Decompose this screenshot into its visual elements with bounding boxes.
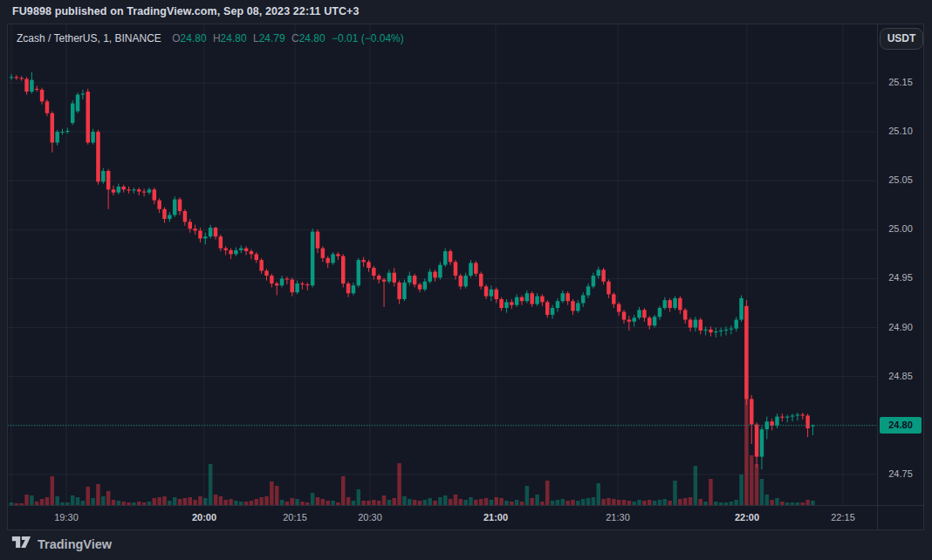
price-tick-label: 24.75 [878, 468, 923, 479]
time-tick-label: 22:15 [831, 512, 855, 522]
price-tick-label: 25.00 [878, 223, 923, 234]
currency-toggle-button[interactable]: USDT [880, 28, 923, 50]
price-tick-label: 25.15 [878, 77, 923, 87]
time-tick-label: 19:30 [54, 512, 79, 522]
low-value: 24.79 [259, 32, 285, 44]
low-label: L [253, 32, 259, 44]
high-value: 24.80 [221, 32, 247, 44]
footer: TradingView [0, 529, 932, 560]
symbol-legend: Zcash / TetherUS, 1, BINANCE O24.80 H24.… [17, 32, 404, 44]
last-price-badge: 24.80 [880, 417, 922, 434]
price-tick-label: 24.90 [878, 322, 923, 332]
price-tick-label: 25.05 [878, 174, 923, 185]
close-value: 24.80 [299, 32, 326, 44]
open-value: 24.80 [181, 32, 207, 44]
time-tick-label: 22:00 [735, 512, 759, 522]
time-tick-label: 20:30 [358, 512, 382, 522]
time-tick-label: 20:15 [283, 512, 307, 522]
publish-info-bar: FU9898 published on TradingView.com, Sep… [0, 0, 932, 24]
price-tick-label: 24.85 [878, 371, 923, 381]
price-tick-label: 24.95 [878, 272, 923, 283]
publish-info-text: FU9898 published on TradingView.com, Sep… [12, 5, 360, 17]
price-tick-label: 25.10 [878, 126, 923, 136]
volume-layer [10, 399, 815, 505]
close-label: C [291, 32, 299, 44]
time-tick-label: 20:00 [192, 512, 216, 522]
high-label: H [213, 32, 221, 44]
open-label: O [172, 32, 180, 44]
chart-frame: Zcash / TetherUS, 1, BINANCE O24.80 H24.… [7, 24, 924, 530]
time-tick-label: 21:00 [483, 512, 508, 522]
tradingview-logo-link[interactable]: TradingView [11, 536, 112, 552]
time-axis[interactable]: 19:3020:0020:1520:3021:0021:3022:0022:15 [8, 505, 923, 529]
legend-symbol: Zcash / TetherUS, 1, BINANCE [17, 32, 161, 44]
tradingview-logo-icon [11, 536, 31, 552]
change-value: −0.01 (−0.04%) [332, 32, 404, 44]
tradingview-logo-text: TradingView [38, 537, 112, 551]
price-axis[interactable]: 24.80 25.1525.1025.0525.0024.9524.9024.8… [877, 24, 923, 529]
time-tick-label: 21:30 [606, 512, 630, 522]
candlestick-plot[interactable] [8, 24, 877, 505]
price-pane[interactable]: Zcash / TetherUS, 1, BINANCE O24.80 H24.… [8, 24, 877, 505]
